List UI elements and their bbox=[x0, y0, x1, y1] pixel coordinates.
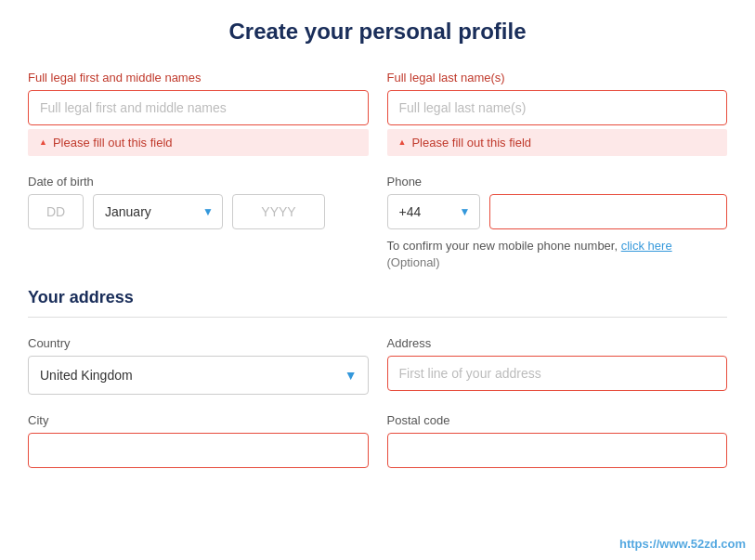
phone-inputs: +44 +1 +33 +49 +61 +81 ▼ bbox=[387, 194, 728, 229]
page-title: Create your personal profile bbox=[28, 19, 727, 45]
dob-label: Date of birth bbox=[28, 175, 369, 189]
confirm-phone-link[interactable]: click here bbox=[621, 239, 672, 253]
name-row: Full legal first and middle names Please… bbox=[28, 71, 727, 156]
dob-dd-input[interactable] bbox=[28, 194, 84, 229]
first-names-label: Full legal first and middle names bbox=[28, 71, 369, 85]
dob-group: Date of birth January February March Apr… bbox=[28, 175, 369, 269]
postal-input[interactable] bbox=[387, 433, 728, 468]
dob-yyyy-input[interactable] bbox=[232, 194, 325, 229]
country-label: Country bbox=[28, 336, 369, 350]
address-group: Address bbox=[387, 336, 728, 395]
last-names-label: Full legal last name(s) bbox=[387, 71, 728, 85]
last-names-error: Please fill out this field bbox=[387, 129, 728, 156]
address-input[interactable] bbox=[387, 356, 728, 391]
postal-label: Postal code bbox=[387, 413, 728, 427]
address-label: Address bbox=[387, 336, 728, 350]
last-names-input[interactable] bbox=[387, 90, 728, 125]
confirm-phone-text: To confirm your new mobile phone number,… bbox=[387, 237, 728, 255]
dob-inputs: January February March April May June Ju… bbox=[28, 194, 369, 229]
first-names-group: Full legal first and middle names Please… bbox=[28, 71, 369, 156]
section-divider bbox=[28, 317, 727, 318]
dob-month-wrapper: January February March April May June Ju… bbox=[93, 194, 223, 229]
phone-group: Phone +44 +1 +33 +49 +61 +81 ▼ To confir… bbox=[387, 175, 728, 269]
phone-code-select[interactable]: +44 +1 +33 +49 +61 +81 bbox=[387, 194, 480, 229]
city-label: City bbox=[28, 413, 369, 427]
first-names-input[interactable] bbox=[28, 90, 369, 125]
country-address-row: Country United Kingdom United States Fra… bbox=[28, 336, 727, 395]
dob-phone-row: Date of birth January February March Apr… bbox=[28, 175, 727, 269]
phone-code-wrapper: +44 +1 +33 +49 +61 +81 ▼ bbox=[387, 194, 480, 229]
phone-label: Phone bbox=[387, 175, 728, 189]
postal-group: Postal code bbox=[387, 413, 728, 468]
dob-month-select[interactable]: January February March April May June Ju… bbox=[93, 194, 223, 229]
phone-number-input[interactable] bbox=[489, 194, 728, 229]
city-group: City bbox=[28, 413, 369, 468]
country-select[interactable]: United Kingdom United States France Germ… bbox=[28, 356, 369, 395]
city-postal-row: City Postal code bbox=[28, 413, 727, 468]
address-section-title: Your address bbox=[28, 288, 727, 307]
country-group: Country United Kingdom United States Fra… bbox=[28, 336, 369, 395]
first-names-error: Please fill out this field bbox=[28, 129, 369, 156]
phone-optional-label: (Optional) bbox=[387, 255, 728, 269]
country-select-wrapper: United Kingdom United States France Germ… bbox=[28, 356, 369, 395]
city-input[interactable] bbox=[28, 433, 369, 468]
last-names-group: Full legal last name(s) Please fill out … bbox=[387, 71, 728, 156]
